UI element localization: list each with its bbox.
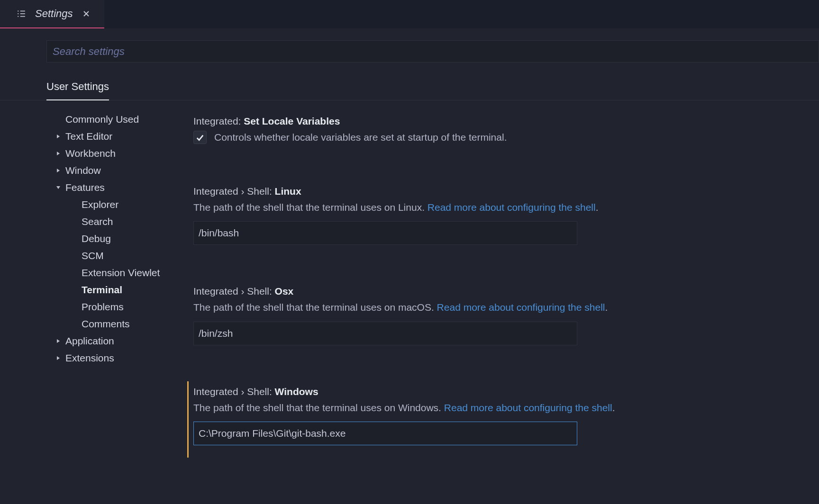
toc-item-window[interactable]: Window [46,162,185,179]
toc-label: Application [65,335,114,347]
toc-label: Debug [82,233,111,244]
toc-label: Text Editor [65,131,112,142]
toc-label: Extensions [65,352,114,364]
setting-description: Controls whether locale variables are se… [214,130,507,145]
tab-bar: Settings [0,0,819,28]
toc-label: SCM [82,250,104,261]
setting-name: Osx [275,286,294,297]
settings-toc: Commonly UsedText EditorWorkbenchWindowF… [0,111,185,458]
toc-item-terminal[interactable]: Terminal [46,281,185,298]
toc-item-debug[interactable]: Debug [46,230,185,247]
svg-marker-11 [57,169,60,172]
settings-scope-tabs: User Settings [0,81,819,100]
tab-user-settings[interactable]: User Settings [46,81,109,100]
setting-prefix: Integrated › Shell: [193,186,275,197]
setting-name: Windows [275,386,318,397]
toc-item-features[interactable]: Features [46,179,185,196]
setting-prefix: Integrated › Shell: [193,386,275,397]
toc-label: Workbench [65,148,116,159]
doc-link[interactable]: Read more about configuring the shell [437,302,605,313]
toc-item-text-editor[interactable]: Text Editor [46,128,185,145]
setting-name: Set Locale Variables [244,116,340,126]
setting-description: The path of the shell that the terminal … [193,400,819,415]
toc-label: Terminal [82,284,122,296]
input-shell-osx[interactable] [193,322,577,345]
toc-label: Extension Viewlet [82,267,160,279]
svg-marker-22 [57,356,60,360]
svg-marker-9 [57,135,60,138]
toc-item-search[interactable]: Search [46,213,185,230]
setting-name: Linux [275,186,301,197]
toc-item-extensions[interactable]: Extensions [46,350,185,367]
checkbox-locale[interactable] [193,131,207,144]
settings-content: User Settings Commonly UsedText EditorWo… [0,28,819,504]
toc-label: Search [82,216,113,227]
toc-item-explorer[interactable]: Explorer [46,196,185,213]
setting-prefix: Integrated: [193,116,244,126]
setting-shell-osx: Integrated › Shell: Osx The path of the … [193,281,819,358]
toc-label: Comments [82,318,130,330]
chevron-right-icon [55,151,62,156]
settings-list: Integrated: Set Locale Variables Control… [185,111,819,458]
setting-prefix: Integrated › Shell: [193,286,275,297]
setting-shell-windows: Integrated › Shell: Windows The path of … [187,381,819,458]
toc-item-commonly-used[interactable]: Commonly Used [46,111,185,128]
setting-set-locale-variables: Integrated: Set Locale Variables Control… [193,111,819,157]
setting-shell-linux: Integrated › Shell: Linux The path of th… [193,181,819,258]
toc-item-comments[interactable]: Comments [46,315,185,333]
toc-item-scm[interactable]: SCM [46,247,185,264]
input-shell-windows[interactable] [193,422,577,445]
doc-link[interactable]: Read more about configuring the shell [444,402,612,413]
settings-list-icon [17,9,26,18]
chevron-right-icon [55,134,62,139]
svg-marker-21 [57,339,60,343]
toc-label: Explorer [82,199,118,210]
chevron-right-icon [55,168,62,173]
setting-description: The path of the shell that the terminal … [193,200,819,215]
chevron-right-icon [55,356,62,360]
chevron-right-icon [55,339,62,343]
toc-label: Features [65,182,105,193]
input-shell-linux[interactable] [193,221,577,245]
tab-label: Settings [35,8,73,20]
toc-label: Window [65,165,101,176]
tab-settings[interactable]: Settings [0,0,104,28]
doc-link[interactable]: Read more about configuring the shell [428,202,596,213]
toc-item-extension-viewlet[interactable]: Extension Viewlet [46,264,185,281]
toc-item-problems[interactable]: Problems [46,298,185,315]
search-input[interactable] [46,40,819,63]
toc-label: Problems [82,301,124,313]
toc-label: Commonly Used [65,114,139,125]
toc-item-application[interactable]: Application [46,333,185,350]
svg-marker-10 [57,152,60,155]
svg-marker-12 [56,186,60,189]
setting-description: The path of the shell that the terminal … [193,300,819,315]
chevron-down-icon [55,185,62,190]
toc-item-workbench[interactable]: Workbench [46,145,185,162]
close-icon[interactable] [82,10,90,18]
